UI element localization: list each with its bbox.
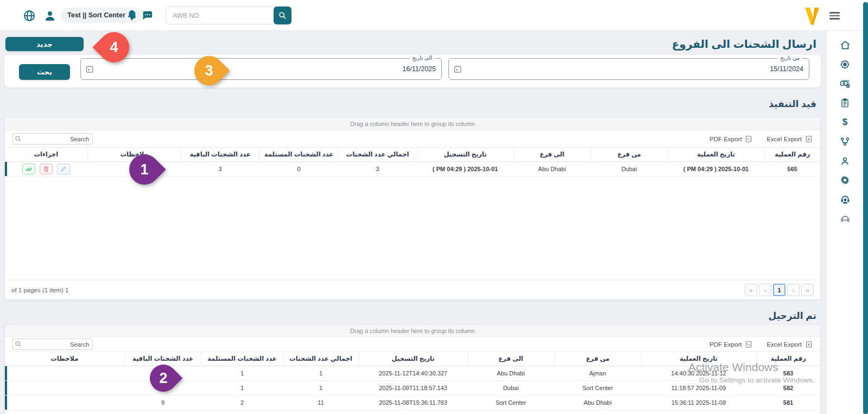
op-no-cell: 582 xyxy=(756,380,820,395)
main-content: ارسال الشحنات الى الفروع جديد بحث الى تا… xyxy=(0,31,826,414)
col-reg-date[interactable]: تاريخ التسجيل xyxy=(359,352,467,366)
col-actions[interactable]: اجراءات xyxy=(5,148,87,161)
actions-cell xyxy=(5,161,87,176)
edit-pencil-icon[interactable] xyxy=(57,164,70,174)
col-remaining[interactable]: عدد الشحنات الباقية xyxy=(124,352,201,366)
date-to-field[interactable]: الى تاريخ 16/11/2025 xyxy=(80,58,442,80)
col-op-date[interactable]: تاريخ العملية xyxy=(641,352,756,366)
modules-icon[interactable] xyxy=(840,59,851,70)
col-op-no[interactable]: رقم العملية xyxy=(756,352,820,366)
table-row[interactable]: 3 0 3 ( PM 04:29 ) 2025-10-01 Abu Dhabi … xyxy=(5,161,820,176)
workstation-label: Test || Sort Center xyxy=(67,11,125,19)
table-row[interactable]: 9 2 11 2025-11-08T15:36:11.783 Sort Cent… xyxy=(5,395,820,410)
notes-cell xyxy=(5,380,124,395)
delete-trash-icon[interactable] xyxy=(40,164,53,174)
reg-date-cell: 2025-11-08T15:36:11.783 xyxy=(359,395,467,410)
user-icon[interactable] xyxy=(43,9,56,22)
pager-first-button[interactable]: « xyxy=(745,284,757,296)
excel-export-button[interactable]: Excel Export xyxy=(766,135,813,143)
table-header-row: ملاحظات عدد الشحنات الباقية عدد الشحنات … xyxy=(5,352,820,366)
col-to-branch[interactable]: الى فرع xyxy=(467,352,554,366)
total-cell: 1 xyxy=(283,366,359,380)
col-op-date[interactable]: تاريخ العملية xyxy=(668,148,764,161)
home-icon[interactable] xyxy=(840,40,851,51)
pdf-export-button[interactable]: PDF Export xyxy=(709,341,752,348)
brand-logo-icon[interactable] xyxy=(801,4,823,27)
orders-clipboard-icon[interactable] xyxy=(840,98,851,109)
search-icon xyxy=(15,135,22,142)
grid-search-box xyxy=(12,133,93,145)
to-branch-cell: Dubai xyxy=(467,380,554,395)
grid-toolbar: PDF Export Excel Export xyxy=(5,130,820,148)
calendar-icon[interactable] xyxy=(453,65,462,73)
col-notes[interactable]: ملاحظات xyxy=(5,352,124,366)
notifications-bell-icon[interactable] xyxy=(126,9,139,22)
cash-received-icon[interactable] xyxy=(840,78,851,89)
col-op-no[interactable]: رقم العملية xyxy=(764,148,820,161)
annotation-callout-3: 3 xyxy=(194,56,224,85)
settings-gear-icon[interactable] xyxy=(840,175,851,186)
scrollbar-thumb[interactable] xyxy=(863,2,868,414)
calendar-icon[interactable] xyxy=(85,65,94,73)
chat-icon[interactable] xyxy=(141,9,154,22)
pager-summary: of 1 pages (1 item) 1 xyxy=(11,287,68,293)
awb-input[interactable] xyxy=(166,7,276,24)
grid-search-input[interactable] xyxy=(12,338,93,350)
confirm-check-icon[interactable] xyxy=(22,164,35,174)
customers-icon[interactable] xyxy=(840,155,851,166)
group-panel[interactable]: Drag a column header here to group its c… xyxy=(5,325,820,337)
support-agent-icon[interactable] xyxy=(840,194,851,205)
language-globe-icon[interactable] xyxy=(23,9,36,22)
table-row[interactable]: 0 1 1 2025-11-12T14:40:30.327 Abu Dhabi … xyxy=(5,366,820,380)
awb-search xyxy=(166,7,292,24)
table-row[interactable]: 0 1 1 2025-11-09T11:18:57.143 Dubai Sort… xyxy=(5,380,820,395)
col-received[interactable]: عدد الشحنات المستلمة xyxy=(259,148,338,161)
grid-search-input[interactable] xyxy=(12,133,93,145)
pager-next-button[interactable]: › xyxy=(787,284,800,296)
op-no-cell: 565 xyxy=(764,161,820,176)
from-branch-cell: Ajman xyxy=(554,366,641,380)
annotation-callout-4: 4 xyxy=(99,32,129,62)
date-from-value: 15/11/2024 xyxy=(770,65,803,73)
menu-hamburger-icon[interactable] xyxy=(829,12,840,20)
branches-network-icon[interactable] xyxy=(840,136,851,147)
col-reg-date[interactable]: تاريخ التسجيل xyxy=(417,148,514,161)
received-cell: 1 xyxy=(201,380,283,395)
ai-assistant-icon[interactable]: AI xyxy=(840,214,851,224)
page-title: ارسال الشحنات الى الفروع xyxy=(672,37,816,51)
pdf-icon xyxy=(745,135,752,143)
group-panel[interactable]: Drag a column header here to group its c… xyxy=(5,117,820,130)
date-from-field[interactable]: من تاريخ 15/11/2024 xyxy=(448,58,809,80)
received-cell: 1 xyxy=(201,366,283,380)
svg-text:AI: AI xyxy=(844,218,847,221)
reg-date-cell: ( PM 04:29 ) 2025-10-01 xyxy=(417,161,514,176)
section-title-migrated: تم الترحيل xyxy=(768,310,816,322)
pager-last-button[interactable]: » xyxy=(801,284,814,296)
notes-cell xyxy=(5,366,124,380)
search-icon xyxy=(278,11,287,20)
excel-export-button[interactable]: Excel Export xyxy=(766,341,813,348)
new-button[interactable]: جديد xyxy=(5,37,84,51)
op-date-cell: 15:36:11 2025-11-08 xyxy=(641,395,756,410)
awb-search-button[interactable] xyxy=(274,7,292,24)
op-date-cell: 11:18:57 2025-11-09 xyxy=(641,380,756,395)
search-button[interactable]: بحث xyxy=(19,64,70,80)
pager-page-1-button[interactable]: 1 xyxy=(773,284,785,296)
migrated-grid: Drag a column header here to group its c… xyxy=(4,324,821,414)
col-total[interactable]: اجمالي عدد الشحنات xyxy=(338,148,417,161)
received-cell: 0 xyxy=(259,161,338,176)
op-no-cell: 583 xyxy=(756,366,820,380)
from-branch-cell: Sort Center xyxy=(554,380,641,395)
remaining-cell: 3 xyxy=(181,161,259,176)
date-from-label: من تاريخ xyxy=(777,55,802,61)
search-icon xyxy=(15,341,22,348)
pager-prev-button[interactable]: ‹ xyxy=(759,284,771,296)
finance-dollar-icon[interactable]: $ xyxy=(840,117,851,128)
col-total[interactable]: اجمالي عدد الشحنات xyxy=(283,352,359,366)
col-received[interactable]: عدد الشحنات المستلمة xyxy=(201,352,283,366)
col-remaining[interactable]: عدد الشحنات الباقية xyxy=(181,148,259,161)
col-from-branch[interactable]: من فرع xyxy=(554,352,641,366)
col-to-branch[interactable]: الى فرع xyxy=(514,148,591,161)
pdf-export-button[interactable]: PDF Export xyxy=(709,135,752,143)
col-from-branch[interactable]: من فرع xyxy=(591,148,668,161)
